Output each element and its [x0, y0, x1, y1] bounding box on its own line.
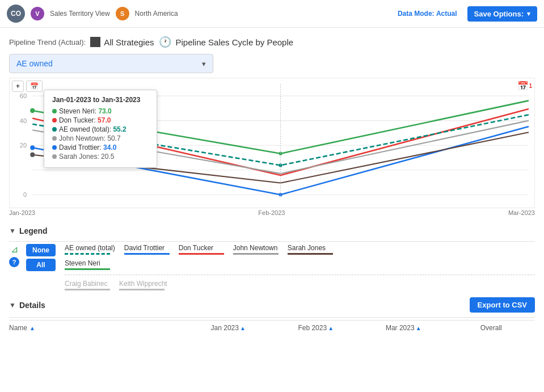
- col-name[interactable]: Name ▲: [9, 324, 184, 332]
- sales-territory-label: Sales Territory View: [50, 10, 110, 18]
- strategies-label: All Strategies: [104, 37, 154, 47]
- save-options-chevron-icon: ▾: [527, 10, 530, 18]
- chart-area: + 📅 📅1 60 40 20 0: [9, 78, 535, 208]
- legend-sarah-line: [288, 253, 333, 255]
- dot-icon: [52, 136, 57, 141]
- legend-toggle[interactable]: ▼ Legend: [9, 223, 535, 239]
- legend-item-ae-owned[interactable]: AE owned (total): [65, 244, 115, 255]
- clock-icon: 🕐: [159, 36, 171, 48]
- legend-craig-label: Craig Babinec: [65, 280, 110, 288]
- legend-item-keith[interactable]: Keith Wipprecht: [119, 280, 167, 290]
- legend-item-steven[interactable]: Steven Neri: [65, 259, 110, 270]
- legend-david-label: David Trottier: [124, 244, 170, 252]
- dot-icon: [52, 145, 57, 150]
- col-feb[interactable]: Feb 2023 ▲: [272, 324, 360, 332]
- legend-divider: [9, 241, 535, 242]
- legend-john-line: [233, 253, 279, 255]
- legend-section-divider: [65, 275, 535, 275]
- legend-item-craig[interactable]: Craig Babinec: [65, 280, 110, 290]
- tooltip-steven: Steven Neri: 73.0: [52, 107, 149, 115]
- tooltip-david: David Trottier: 34.0: [52, 144, 149, 151]
- x-label-mar: Mar-2023: [508, 209, 535, 216]
- legend-keith-label: Keith Wipprecht: [119, 280, 167, 288]
- legend-ae-owned-line: [65, 253, 110, 255]
- tooltip-don: Don Tucker: 57.0: [52, 116, 149, 124]
- legend-ae-owned-label: AE owned (total): [65, 244, 115, 252]
- legend-title: Legend: [19, 226, 48, 235]
- x-label-feb: Feb-2023: [258, 209, 285, 216]
- legend-main-row: ⊿ ? None All AE owned (total) David Trot…: [9, 244, 535, 290]
- legend-sarah-label: Sarah Jones: [288, 244, 333, 252]
- legend-toggle-icon: ▼: [9, 227, 16, 235]
- sort-feb-icon: ▲: [328, 325, 334, 331]
- sort-icon: ▲: [29, 325, 35, 331]
- details-section: ▼ Details Export to CSV Name ▲ Jan 2023 …: [9, 295, 535, 335]
- legend-left-controls: ⊿ ?: [9, 244, 19, 267]
- v-avatar: V: [31, 7, 44, 20]
- export-csv-button[interactable]: Export to CSV: [470, 297, 535, 313]
- x-axis-labels: Jan-2023 Feb-2023 Mar-2023: [0, 208, 544, 217]
- none-button[interactable]: None: [26, 244, 56, 256]
- svg-text:0: 0: [23, 191, 27, 198]
- table-header: Name ▲ Jan 2023 ▲ Feb 2023 ▲ Mar 2023 ▲ …: [9, 320, 535, 335]
- svg-point-10: [30, 145, 35, 150]
- legend-david-line: [124, 253, 170, 255]
- ae-owned-label: AE owned: [16, 59, 53, 68]
- dot-icon: [52, 127, 57, 132]
- tooltip-sarah: Sarah Jones: 20.5: [52, 153, 149, 161]
- col-overall[interactable]: Overall: [448, 324, 535, 332]
- data-mode: Data Mode: Actual: [398, 10, 457, 18]
- details-toggle[interactable]: ▼ Details: [9, 301, 45, 310]
- legend-keith-line: [119, 289, 165, 290]
- svg-point-9: [30, 108, 35, 113]
- legend-item-john[interactable]: John Newtown: [233, 244, 279, 255]
- svg-point-11: [30, 153, 35, 157]
- x-label-jan: Jan-2023: [9, 209, 35, 216]
- chart-toolbar: + 📅: [12, 81, 43, 92]
- dot-icon: [52, 109, 57, 113]
- dot-icon: [52, 118, 57, 123]
- save-options-button[interactable]: Save Options: ▾: [467, 6, 537, 22]
- legend-item-don[interactable]: Don Tucker: [179, 244, 224, 255]
- legend-john-label: John Newtown: [233, 244, 279, 252]
- dot-icon: [52, 154, 57, 159]
- help-icon[interactable]: ?: [9, 257, 19, 267]
- legend-craig-line: [65, 289, 110, 290]
- details-toggle-icon: ▼: [9, 301, 16, 309]
- all-button[interactable]: All: [26, 259, 56, 271]
- legend-don-line: [179, 253, 224, 255]
- sort-mar-icon: ▲: [416, 325, 421, 331]
- col-jan[interactable]: Jan 2023 ▲: [184, 324, 272, 332]
- legend-section: ▼ Legend ⊿ ? None All AE owned (total): [9, 223, 535, 290]
- legend-don-label: Don Tucker: [179, 244, 224, 252]
- svg-text:40: 40: [20, 117, 27, 124]
- chart-tooltip: Jan-01-2023 to Jan-31-2023 Steven Neri: …: [44, 90, 157, 168]
- details-header: ▼ Details Export to CSV: [9, 295, 535, 315]
- details-title: Details: [19, 301, 45, 310]
- ae-dropdown-chevron-icon: ▾: [202, 60, 206, 68]
- legend-controls: ⊿ ? None All AE owned (total) David Trot…: [9, 244, 535, 290]
- s-avatar: S: [116, 7, 129, 20]
- svg-text:60: 60: [20, 92, 27, 99]
- north-america-label: North America: [135, 10, 178, 18]
- filter-icon[interactable]: ⊿: [11, 244, 18, 255]
- legend-steven-line: [65, 268, 110, 270]
- calendar-filter-icon[interactable]: 📅1: [517, 81, 532, 91]
- tooltip-date: Jan-01-2023 to Jan-31-2023: [52, 96, 149, 104]
- tooltip-ae-owned: AE owned (total): 55.2: [52, 125, 149, 133]
- calendar-add-button[interactable]: 📅: [26, 81, 43, 92]
- pipeline-label: Pipeline Trend (Actual):: [9, 38, 86, 47]
- add-button[interactable]: +: [12, 81, 24, 92]
- ae-owned-dropdown[interactable]: AE owned ▾: [9, 54, 213, 73]
- header: CO V Sales Territory View S North Americ…: [0, 0, 544, 28]
- sort-jan-icon: ▲: [240, 325, 246, 331]
- co-avatar: CO: [7, 5, 25, 23]
- strategy-box-icon: [90, 37, 100, 47]
- cycle-label: Pipeline Sales Cycle by People: [176, 37, 294, 47]
- col-mar[interactable]: Mar 2023 ▲: [360, 324, 448, 332]
- legend-buttons: None All: [26, 244, 56, 271]
- details-divider: [9, 317, 535, 318]
- legend-item-sarah[interactable]: Sarah Jones: [288, 244, 333, 255]
- tooltip-john: John Newtown: 50.7: [52, 134, 149, 142]
- legend-item-david[interactable]: David Trottier: [124, 244, 170, 255]
